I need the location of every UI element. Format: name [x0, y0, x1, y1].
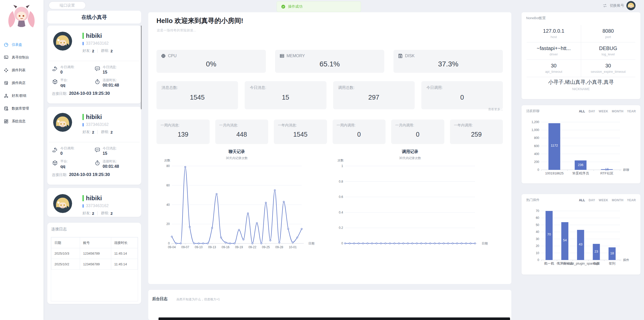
bot-stat-label: 今日消息:: [103, 146, 117, 151]
svg-text:签到: 签到: [609, 262, 615, 265]
account-avatar[interactable]: [626, 1, 636, 10]
bot-stat-value: 15: [103, 70, 117, 75]
hot-plugins-tab-day[interactable]: DAY: [589, 198, 595, 202]
system-stat-label: MEMORY: [287, 54, 305, 58]
svg-text:43: 43: [579, 242, 582, 246]
bot-stat: 今日调用: 0: [52, 65, 94, 75]
sidebar-item-plugin-store[interactable]: 插件商店: [0, 77, 43, 89]
bots-list-scrollbar[interactable]: [141, 26, 142, 109]
svg-text:30: 30: [536, 237, 539, 241]
online-bots-list[interactable]: hibiki 3373463162 好友:2群组:2 今日调用: 0 今日消息:…: [47, 24, 141, 218]
svg-text:RTF社区: RTF社区: [600, 171, 613, 175]
bot-stat: 今日消息: 15: [94, 65, 137, 75]
stat-value: 0: [421, 93, 503, 101]
log-terminal[interactable]: [159, 317, 510, 320]
hot-plugins-tab-week[interactable]: WEEK: [599, 198, 608, 202]
nickname-block: 小寻子,绪山真寻,小真寻,真寻 NICKNAME: [522, 79, 640, 91]
svg-text:09-19: 09-19: [235, 245, 243, 249]
hot-plugins-card: 热门插件 ALLDAYWEEKMONTHYEAR 010203040506070…: [522, 194, 640, 275]
active-groups-tab-year[interactable]: YEAR: [627, 110, 636, 113]
total-stat-box: 调用总数:297: [333, 81, 415, 109]
call-records-chart: 调用记录30天内记录次数次数00.20.40.60.81日期: [329, 147, 498, 254]
sidebar-item-dashboard[interactable]: 仪表盘: [0, 38, 43, 51]
svg-text:笨蛋程序员: 笨蛋程序员: [572, 171, 589, 175]
svg-text:50: 50: [536, 223, 539, 227]
svg-text:0: 0: [537, 168, 539, 172]
svg-text:0: 0: [341, 242, 343, 245]
config-label: driver: [527, 52, 581, 56]
success-check-icon: [281, 4, 286, 9]
config-value: 30: [581, 63, 636, 69]
svg-text:09-13: 09-13: [208, 245, 216, 249]
config-value: DEBUG: [581, 45, 636, 51]
nonebot-config-card: NoneBot配置 127.0.0.1host8080port~fastapi+…: [522, 12, 640, 99]
sidebar-item-label: 好友/群组: [12, 93, 27, 98]
stat-value: 0: [333, 131, 386, 138]
bot-stat-value: 00:01:48: [103, 83, 119, 88]
log-col-header: 连接时长: [111, 238, 138, 248]
svg-text:0.4: 0.4: [339, 211, 343, 214]
bot-stat-label: 平台:: [60, 159, 68, 164]
svg-text:800: 800: [534, 136, 539, 140]
svg-text:日期: 日期: [482, 242, 488, 245]
hot-plugins-tab-all[interactable]: ALL: [579, 198, 585, 202]
svg-text:600: 600: [534, 144, 539, 148]
bot-name: hibiki: [86, 32, 102, 39]
bot-counts: 好友:2群组:2: [83, 49, 112, 53]
active-groups-tab-day[interactable]: DAY: [589, 110, 595, 113]
svg-text:1,000: 1,000: [532, 128, 539, 132]
bot-card[interactable]: hibiki 3373463162 好友:2群组:2 今日调用: 0 今日消息:…: [47, 26, 141, 103]
active-groups-tab-month[interactable]: MONTH: [612, 110, 624, 113]
bot-id-bar: [83, 42, 84, 45]
sidebar-nav: 仪表盘真寻控制台插件列表插件商店好友/群组数据库管理系统信息: [0, 38, 43, 128]
sidebar-item-friends-groups[interactable]: 好友/群组: [0, 89, 43, 102]
switch-account-icon: [602, 3, 607, 8]
bot-stat-value: qq: [60, 164, 68, 169]
stat-value: 15: [245, 93, 326, 101]
stat-value: 297: [333, 93, 415, 101]
bot-avatar: [53, 32, 72, 51]
switch-account-button[interactable]: 切换账号: [610, 3, 624, 8]
log-cell: 123456789: [80, 248, 111, 259]
system-stat-box: DISK37.3%: [393, 50, 503, 73]
bot-id: 3373463162: [86, 122, 109, 127]
svg-text:聊天记录: 聊天记录: [228, 149, 245, 154]
active-groups-tab-all[interactable]: ALL: [579, 110, 585, 113]
backend-log-subtitle: 虽然不知道为什么，但是视力+1: [176, 297, 220, 302]
svg-text:次数: 次数: [164, 159, 170, 162]
online-status-bar: [83, 33, 84, 39]
active-groups-tab-week[interactable]: WEEK: [599, 110, 608, 113]
bot-stat-label: 今日调用:: [60, 65, 75, 69]
view-more-link[interactable]: 查看更多...: [488, 107, 503, 112]
database-icon: [4, 106, 9, 111]
sidebar-item-system-info[interactable]: 系统信息: [0, 115, 43, 128]
hot-plugins-tab-year[interactable]: YEAR: [627, 198, 636, 202]
svg-text:09-10: 09-10: [195, 245, 203, 249]
bot-stat-value: 15: [103, 151, 117, 156]
port-settings-button[interactable]: 端口设置: [49, 1, 86, 9]
sidebar-item-database[interactable]: 数据库管理: [0, 102, 43, 115]
sidebar-item-plugin-list[interactable]: 插件列表: [0, 64, 43, 77]
bot-card[interactable]: hibiki 3373463162 好友:2群组:2 今日调用: 0 今日消息:…: [47, 107, 141, 185]
backend-log-panel: 后台日志 虽然不知道为什么，但是视力+1: [148, 290, 511, 320]
bot-stat: 今日消息: 15: [94, 146, 137, 156]
sidebar-item-console[interactable]: 真寻控制台: [0, 51, 43, 64]
config-label: session_expire_timeout: [581, 70, 636, 74]
config-label: port: [581, 35, 636, 39]
table-row: 2025/10/212345678911:45:14: [51, 259, 138, 270]
svg-text:18: 18: [610, 251, 614, 255]
bot-stat-label: 连接时长:: [103, 159, 119, 164]
svg-text:30天内记录次数: 30天内记录次数: [399, 156, 421, 160]
sidebar-item-label: 真寻控制台: [12, 55, 29, 60]
hot-plugins-tab-month[interactable]: MONTH: [612, 198, 624, 202]
stat-label: 今日消息:: [250, 85, 266, 90]
period-stat-box: 一年内消息:1545: [274, 120, 327, 144]
stat-value: 259: [450, 131, 503, 138]
bot-stat-value: qq: [60, 83, 68, 88]
svg-text:0.2: 0.2: [339, 226, 343, 230]
stat-value: 0: [391, 131, 444, 138]
total-stat-box: 今日消息:15: [245, 81, 326, 109]
bot-card[interactable]: hibiki 3373463162 好友:2群组:2: [47, 188, 141, 217]
svg-text:0: 0: [537, 258, 539, 262]
svg-text:1001918625: 1001918625: [545, 171, 563, 175]
